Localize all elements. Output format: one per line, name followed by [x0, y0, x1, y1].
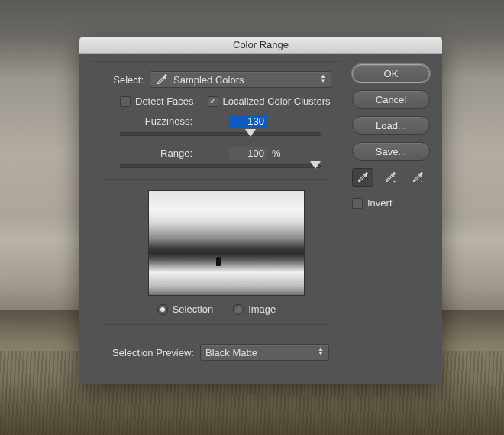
radio-selection-label: Selection [173, 304, 213, 315]
selection-preview-image[interactable] [148, 190, 305, 296]
dialog-title: Color Range [233, 39, 289, 50]
fuzziness-value[interactable]: 130 [229, 115, 267, 128]
eyedropper-tool[interactable] [352, 168, 373, 187]
selection-preview-value: Black Matte [205, 347, 257, 359]
slider-thumb[interactable] [245, 129, 256, 137]
save-label: Save... [376, 146, 406, 157]
radio-image[interactable]: Image [233, 304, 276, 315]
selection-preview-label: Selection Preview: [104, 347, 194, 359]
invert-checkbox[interactable]: Invert [352, 197, 430, 209]
chevron-updown-icon: ▲▼ [320, 74, 326, 83]
fuzziness-label: Fuzziness: [120, 115, 192, 127]
cancel-button[interactable]: Cancel [352, 90, 430, 109]
checkbox-box [352, 198, 363, 209]
cancel-label: Cancel [376, 94, 406, 106]
color-range-dialog: Color Range Select: Sampled Colors ▲▼ [79, 37, 442, 384]
svg-text:-: - [421, 177, 423, 184]
slider-thumb[interactable] [310, 161, 321, 169]
eyedropper-add-tool[interactable]: + [380, 168, 401, 187]
selection-preview-dropdown[interactable]: Black Matte ▲▼ [200, 344, 329, 361]
range-value[interactable]: 100 [229, 147, 267, 160]
checkbox-box: ✓ [208, 96, 218, 107]
select-dropdown[interactable]: Sampled Colors ▲▼ [150, 71, 331, 88]
radio-selection[interactable]: Selection [157, 304, 213, 315]
eyedropper-icon [356, 170, 370, 184]
eyedropper-minus-icon: - [411, 170, 425, 184]
eyedropper-subtract-tool[interactable]: - [407, 168, 428, 187]
main-panel: Select: Sampled Colors ▲▼ Dete [92, 61, 341, 336]
ok-label: OK [384, 68, 399, 80]
checkbox-box [120, 96, 131, 107]
svg-text:+: + [393, 179, 396, 184]
save-button[interactable]: Save... [352, 142, 430, 161]
range-slider[interactable] [120, 164, 321, 168]
range-unit: % [272, 148, 281, 159]
load-button[interactable]: Load... [352, 116, 430, 135]
dialog-titlebar[interactable]: Color Range [79, 37, 442, 54]
chevron-updown-icon: ▲▼ [318, 347, 324, 356]
eyedropper-plus-icon: + [383, 170, 397, 184]
localized-clusters-label: Localized Color Clusters [223, 96, 331, 107]
preview-subpanel: Selection Image [102, 179, 331, 325]
ok-button[interactable]: OK [352, 64, 430, 83]
eyedropper-icon [155, 73, 169, 86]
select-label: Select: [102, 74, 144, 86]
radio-image-label: Image [248, 304, 276, 315]
detect-faces-label: Detect Faces [135, 96, 194, 107]
select-value: Sampled Colors [173, 74, 244, 86]
fuzziness-slider[interactable] [120, 132, 321, 136]
detect-faces-checkbox[interactable]: Detect Faces [120, 96, 194, 107]
load-label: Load... [376, 120, 406, 131]
localized-clusters-checkbox[interactable]: ✓ Localized Color Clusters [208, 96, 331, 107]
invert-label: Invert [367, 197, 393, 209]
range-label: Range: [120, 148, 192, 159]
